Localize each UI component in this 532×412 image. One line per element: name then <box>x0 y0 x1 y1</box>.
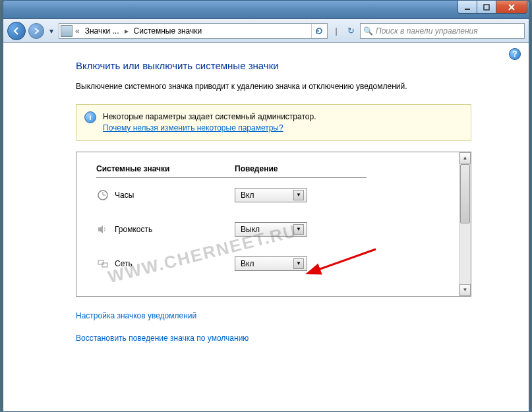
banner-text: Некоторые параметры задает системный адм… <box>103 112 316 121</box>
help-icon[interactable]: ? <box>509 48 521 60</box>
page-description: Выключение системного значка приводит к … <box>76 80 445 92</box>
window-maximize-button[interactable] <box>477 1 496 14</box>
clock-icon <box>96 189 115 202</box>
nav-history-dropdown[interactable]: ▾ <box>47 24 56 38</box>
select-volume[interactable]: Выкл ▼ <box>235 222 307 237</box>
table-row: Часы Вкл ▼ <box>96 178 450 212</box>
window-minimize-button[interactable] <box>458 1 477 14</box>
svg-rect-7 <box>98 260 103 264</box>
link-customize-icons[interactable]: Настройка значков уведомлений <box>76 311 502 320</box>
search-icon: 🔍 <box>363 26 373 36</box>
column-header-behavior: Поведение <box>235 164 367 175</box>
window-close-button[interactable] <box>496 1 527 14</box>
dropdown-arrow-icon: ▼ <box>293 224 304 235</box>
titlebar <box>3 1 529 19</box>
navbar: ▾ « Значки ... ▸ Системные значки | ↻ 🔍 … <box>3 19 529 43</box>
nav-back-button[interactable] <box>7 22 26 40</box>
scroll-track[interactable] <box>459 164 471 284</box>
refresh-button[interactable] <box>311 24 326 38</box>
dropdown-arrow-icon: ▼ <box>293 190 304 200</box>
breadcrumb-arrow-icon: ▸ <box>123 26 130 36</box>
admin-info-banner: i Некоторые параметры задает системный а… <box>76 104 471 141</box>
table-row: Громкость Выкл ▼ <box>96 212 450 247</box>
svg-rect-1 <box>484 5 489 10</box>
breadcrumb-chevron-icon: « <box>74 26 81 36</box>
address-bar[interactable]: « Значки ... ▸ Системные значки <box>59 23 328 39</box>
svg-rect-8 <box>102 263 107 267</box>
column-header-icons: Системные значки <box>96 164 235 175</box>
breadcrumb-part-2[interactable]: Системные значки <box>131 25 205 37</box>
table-row: Сеть Вкл ▼ <box>96 247 450 281</box>
refresh-icon-alt[interactable]: ↻ <box>347 26 355 36</box>
scroll-thumb[interactable] <box>460 164 470 223</box>
row-label-volume: Громкость <box>115 225 235 234</box>
breadcrumb-part-1[interactable]: Значки ... <box>82 25 122 37</box>
info-icon: i <box>84 111 96 123</box>
content-area: ? Включить или выключить системные значк… <box>3 43 529 411</box>
page-title: Включить или выключить системные значки <box>76 60 502 71</box>
scroll-down-button[interactable]: ▼ <box>459 284 471 296</box>
banner-link[interactable]: Почему нельзя изменить некоторые парамет… <box>103 123 283 132</box>
icons-table: Системные значки Поведение Часы Вкл ▼ <box>76 152 471 297</box>
select-network[interactable]: Вкл ▼ <box>235 256 307 271</box>
select-clock[interactable]: Вкл ▼ <box>235 188 307 202</box>
search-placeholder: Поиск в панели управления <box>376 26 478 36</box>
dropdown-arrow-icon: ▼ <box>293 258 304 269</box>
link-restore-defaults[interactable]: Восстановить поведение значка по умолчан… <box>76 334 502 343</box>
row-label-network: Сеть <box>115 259 235 268</box>
network-icon <box>96 257 115 270</box>
search-input[interactable]: 🔍 Поиск в панели управления <box>360 23 525 39</box>
vertical-scrollbar[interactable]: ▲ ▼ <box>459 152 471 296</box>
control-panel-icon <box>61 25 73 37</box>
scroll-up-button[interactable]: ▲ <box>459 152 471 164</box>
volume-icon <box>96 223 115 236</box>
row-label-clock: Часы <box>115 191 235 200</box>
nav-forward-button[interactable] <box>28 23 44 39</box>
